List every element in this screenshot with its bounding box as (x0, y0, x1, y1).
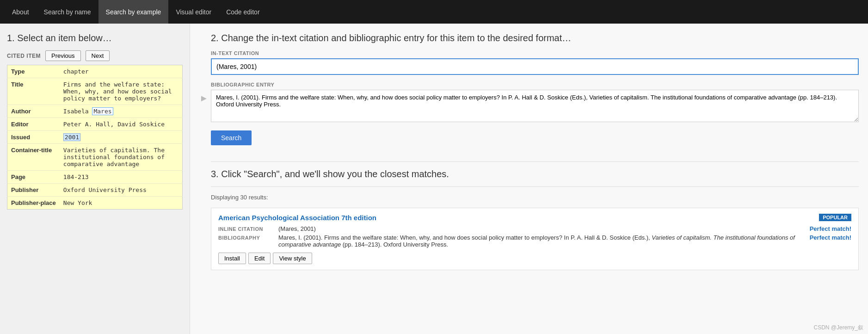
field-type-value: chapter (60, 65, 183, 78)
popular-badge: POPULAR (819, 214, 851, 221)
main-layout: 1. Select an item below… CITED ITEM Prev… (0, 24, 868, 334)
table-row: Title Firms and the welfare state: When,… (7, 78, 183, 105)
table-row: Container-title Varieties of capitalism.… (7, 144, 183, 171)
inline-citation-label: INLINE CITATION (218, 225, 274, 232)
divider (211, 161, 859, 162)
left-panel: 1. Select an item below… CITED ITEM Prev… (0, 24, 190, 334)
field-title-value: Firms and the welfare state: When, why, … (60, 78, 183, 105)
previous-button[interactable]: Previous (45, 50, 81, 61)
nav-visual-editor[interactable]: Visual editor (168, 0, 219, 24)
in-text-citation-input[interactable] (211, 58, 859, 75)
arrow-column: ► (199, 33, 211, 275)
watermark: CSDN @Jeremy_叙 (813, 324, 863, 332)
result-actions: Install Edit View style (218, 253, 851, 264)
next-button[interactable]: Next (86, 50, 110, 61)
table-row: Author Isabela Mares (7, 105, 183, 118)
table-row: Publisher-place New York (7, 197, 183, 210)
biblio-match-label: Perfect match! (810, 234, 851, 248)
item-table: Type chapter Title Firms and the welfare… (7, 65, 183, 210)
main-nav: About Search by name Search by example V… (0, 0, 868, 24)
field-publisher-place-label: Publisher-place (7, 197, 60, 210)
step2-title: 2. Change the in-text citation and bibli… (211, 33, 859, 43)
result-meta: INLINE CITATION (Mares, 2001) Perfect ma… (218, 225, 851, 248)
view-style-button[interactable]: View style (273, 253, 312, 264)
biblio-label: BIBLIOGRAPHIC ENTRY (211, 82, 859, 87)
field-publisher-place-value: New York (60, 197, 183, 210)
cited-item-header: CITED ITEM Previous Next (7, 50, 183, 61)
field-container-label: Container-title (7, 144, 60, 171)
result-card: American Psychological Association 7th e… (211, 208, 859, 270)
nav-search-by-name[interactable]: Search by name (37, 0, 98, 24)
table-row: Issued 2001 (7, 131, 183, 144)
edit-button[interactable]: Edit (248, 253, 271, 264)
nav-search-by-example[interactable]: Search by example (98, 0, 169, 24)
field-editor-value: Peter A. Hall, David Soskice (60, 118, 183, 131)
table-row: Page 184-213 (7, 171, 183, 184)
table-row: Type chapter (7, 65, 183, 78)
in-text-label: IN-TEXT CITATION (211, 50, 859, 56)
field-page-value: 184-213 (60, 171, 183, 184)
step3-title: 3. Click "Search", and we'll show you th… (211, 169, 859, 179)
field-author-label: Author (7, 105, 60, 118)
field-publisher-value: Oxford University Press (60, 184, 183, 197)
inline-citation-value: (Mares, 2001) (278, 225, 805, 232)
result-header: American Psychological Association 7th e… (218, 214, 851, 222)
field-title-label: Title (7, 78, 60, 105)
field-page-label: Page (7, 171, 60, 184)
divider2 (211, 186, 859, 187)
table-row: Editor Peter A. Hall, David Soskice (7, 118, 183, 131)
bibliography-value: Mares, I. (2001). Firms and the welfare … (278, 234, 805, 248)
inline-match-label: Perfect match! (810, 225, 851, 232)
result-title-link[interactable]: American Psychological Association 7th e… (218, 214, 376, 222)
nav-about[interactable]: About (5, 0, 37, 24)
field-container-value: Varieties of capitalism. The institution… (60, 144, 183, 171)
right-panel-inner: ► 2. Change the in-text citation and bib… (199, 33, 859, 275)
field-editor-label: Editor (7, 118, 60, 131)
cited-item-label: CITED ITEM (7, 53, 41, 59)
right-panel: ► 2. Change the in-text citation and bib… (190, 24, 868, 334)
step1-title: 1. Select an item below… (7, 33, 183, 43)
install-button[interactable]: Install (218, 253, 246, 264)
field-issued-label: Issued (7, 131, 60, 144)
biblio-italic: Varieties of capitalism. The institution… (278, 234, 795, 248)
search-button[interactable]: Search (211, 130, 252, 145)
author-highlight: Mares (92, 107, 113, 115)
biblio-textarea[interactable]: Mares, I. (2001). Firms and the welfare … (211, 90, 859, 122)
field-issued-value: 2001 (60, 131, 183, 144)
nav-code-editor[interactable]: Code editor (219, 0, 267, 24)
bibliography-label: BIBLIOGRAPHY (218, 234, 274, 248)
field-author-value: Isabela Mares (60, 105, 183, 118)
issued-highlight: 2001 (63, 133, 80, 141)
right-content: 2. Change the in-text citation and bibli… (211, 33, 859, 275)
field-type-label: Type (7, 65, 60, 78)
table-row: Publisher Oxford University Press (7, 184, 183, 197)
results-count: Displaying 30 results: (211, 194, 859, 201)
field-publisher-label: Publisher (7, 184, 60, 197)
